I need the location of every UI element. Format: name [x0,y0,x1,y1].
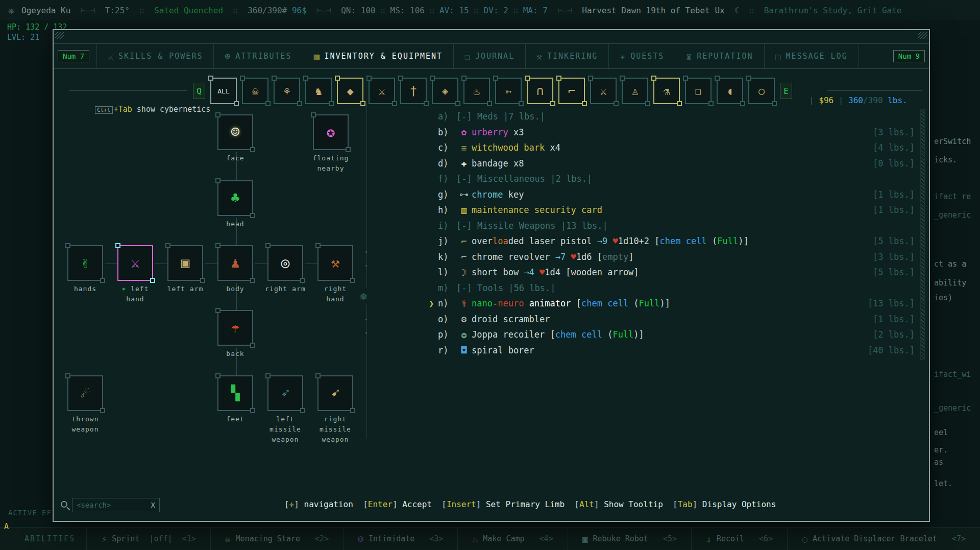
filter-bags[interactable]: ◆ [337,78,363,104]
slot-thrown-weapon[interactable]: ☄ thrown weapon [67,375,103,411]
filter-corpses[interactable]: ☠ [242,78,268,104]
filter-plants[interactable]: ⚘ [274,78,300,104]
filter-pottery[interactable]: ♨ [463,78,490,104]
filter-armor[interactable]: ♙ [622,78,648,104]
slot-left-missile-weapon[interactable]: ➶ left missile weapon [267,375,303,411]
slot-label: thrown weapon [56,414,114,435]
filter-tonics[interactable]: ⚗ [653,78,680,104]
scrollbar[interactable] [920,109,925,360]
slot-face[interactable]: ☺ face [217,114,253,150]
inventory-row[interactable]: j) ⌐ overloaded laser pistol →9 ♥1d10+2 … [429,233,919,249]
inventory-equipment-window: Num 7 ⚔ SKILLS & POWERS ☻ ATTRIBUTES ▦ [53,29,930,522]
filter-pistols[interactable]: ⌐ [558,78,585,104]
slot-right-hand[interactable]: ⚒ right hand [317,245,353,281]
filter-trinkets[interactable]: ◈ [432,78,458,104]
row-hotkey-letter: d) [438,158,456,169]
item-name: droid scrambler [472,314,550,324]
corner-notch [556,76,561,81]
inventory-row[interactable]: f) [-] Miscellaneous |2 lbs.| [429,171,919,187]
game-logo-icon: ❋ [8,4,14,16]
filter-swords[interactable]: ⚔ [590,78,617,104]
slot-back[interactable]: ☂ back [217,310,253,346]
inventory-row[interactable]: l) ☽ short bow →4 ♥1d4 [wooden arrow] [5… [429,265,919,280]
carry-weight: 360/390# [248,6,287,15]
tab[interactable]: ♜ REPUTATION [675,44,764,68]
ability-intimidate[interactable]: ☹ Intimidate <3> [343,528,457,550]
item-weight: [3 lbs.] [873,252,915,262]
primary-limb-star: ✶ [122,285,131,293]
search-clear-button[interactable]: X [151,501,155,509]
corner-notch [65,243,70,248]
slot-head[interactable]: ♣ head [217,180,253,216]
filter-all[interactable]: ALL [210,78,237,104]
slot-right-missile-weapon[interactable]: ➹ right missile weapon [317,375,353,411]
ability-menacing-stare[interactable]: ☠ Menacing Stare <2> [210,528,343,550]
tab[interactable]: ⚔ SKILLS & POWERS [96,44,213,68]
corner-notch [461,76,467,81]
slot-label: body [206,284,264,294]
inventory-row[interactable]: d) ✚ bandage x8 [0 lbs.] [429,156,919,172]
corner-notch [115,243,120,248]
item-name: [-] Miscellaneous |2 lbs.| [456,174,592,184]
ability-recoil[interactable]: ⇓ Recoil <6> [691,528,787,550]
tab-bar: Num 7 ⚔ SKILLS & POWERS ☻ ATTRIBUTES ▦ [54,43,929,69]
item-name: maintenance security card [472,205,602,215]
inventory-row[interactable]: c) ≡ witchwood bark x4 [4 lbs.] [429,140,919,156]
inventory-row[interactable]: p) ❂ Joppa recoiler [chem cell (Full)] [… [429,327,919,343]
inventory-row[interactable]: h) ▥ maintenance security card [1 lbs.] [429,202,919,218]
tab-label: INVENTORY & EQUIPMENT [324,52,443,61]
corner-notch [250,343,255,348]
ability-rebuke-robot[interactable]: ▣ Rebuke Robot <5> [568,528,691,550]
slot-floating-nearby[interactable]: ✪ floating nearby [313,114,349,150]
inventory-row[interactable]: a) [-] Meds |7 lbs.| [429,109,919,125]
next-tab-key-badge[interactable]: Num 9 [893,50,925,62]
tab[interactable]: ⚒ TINKERING [525,44,608,68]
tab[interactable]: ❏ JOURNAL [453,44,525,68]
inventory-row[interactable]: k) ⌐ chrome revolver →7 ♥1d6 [empty] [3 … [429,249,919,265]
inventory-row[interactable]: r) ◘ spiral borer [40 lbs.] [429,343,919,358]
slot-feet[interactable]: ▚ feet [217,375,253,411]
filter-daggers[interactable]: † [400,78,427,104]
search-input[interactable] [77,501,149,509]
item-name: [-] Missile Weapons |13 lbs.| [456,221,608,231]
tab[interactable]: ☻ ATTRIBUTES [213,44,302,68]
slot-right-arm[interactable]: ◎ right arm [267,245,303,281]
filter-rings[interactable]: ○ [748,78,775,104]
filter-boots[interactable]: ◖ [717,78,743,104]
tab[interactable]: ▤ MESSAGE LOG [764,44,859,68]
decorative-line [69,90,187,91]
slot-hands[interactable]: ✌ hands [67,245,103,281]
slot-box: ▣ [167,245,203,281]
corner-notch [708,101,714,106]
corner-notch [215,112,220,117]
inventory-row[interactable]: ❯ n) ⚕ nano-neuro animator [chem cell (F… [429,296,919,312]
filter-creatures[interactable]: ♞ [305,78,332,104]
slot-left-arm[interactable]: ▣ left arm [167,245,203,281]
tab[interactable]: ▦ INVENTORY & EQUIPMENT [303,44,454,68]
corner-notch [346,147,351,152]
filter-next-key-button[interactable]: E [780,83,792,99]
ability-sprint[interactable]: ⚡ Sprint |off| <1> [86,528,210,550]
slot-body[interactable]: ♟ body [217,245,253,281]
prev-tab-key-badge[interactable]: Num 7 [58,50,89,62]
ability-hotkey: <2> [315,534,329,543]
inventory-row[interactable]: g) ⊶ chrome key [1 lbs.] [429,187,919,203]
filter-category-icon: ◈ [442,85,448,97]
filter-shards[interactable]: ⚔ [369,78,395,104]
inventory-row[interactable]: b) ✿ urberry x3 [3 lbs.] [429,125,919,140]
filter-books[interactable]: ❏ [685,78,712,104]
slot-box: ➶ [267,375,303,411]
inventory-row[interactable]: i) [-] Missile Weapons |13 lbs.| [429,218,919,234]
inventory-row[interactable]: m) [-] Tools |56 lbs.| [429,280,919,296]
status-effects: Sated Quenched [154,6,223,15]
ability-make-camp[interactable]: ♨ Make Camp <4> [457,528,567,550]
corner-notch [398,76,403,81]
filter-rifles[interactable]: ➳ [495,78,522,104]
filter-helmets[interactable]: ∩ [527,78,553,104]
slot-left-hand[interactable]: ⚔ ✶ left hand [117,245,153,281]
inventory-row[interactable]: o) ⚙ droid scrambler [1 lbs.] [429,312,919,327]
ability-activate-displacer-bracelet[interactable]: ◌ Activate Displacer Bracelet <7> [787,528,980,550]
ability-icon: ▣ [582,534,588,544]
equipped-item-icon: ▚ [231,386,240,400]
tab[interactable]: ✦ QUESTS [608,44,675,68]
